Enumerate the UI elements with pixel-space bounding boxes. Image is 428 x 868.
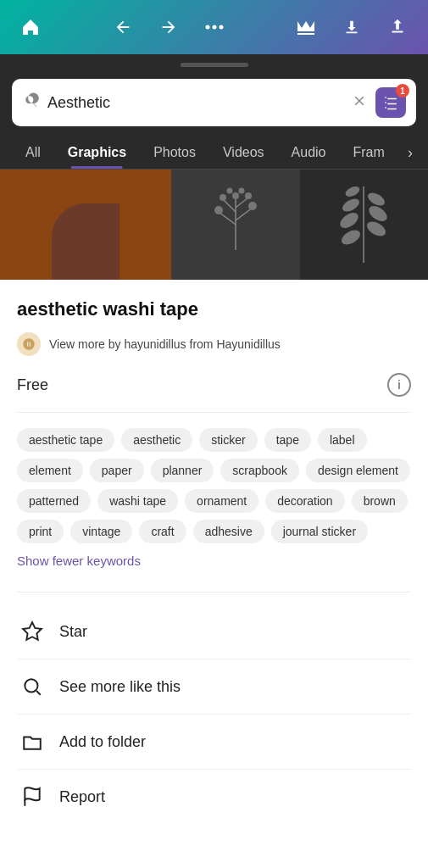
info-button[interactable]: i	[387, 373, 411, 397]
keywords-section: aesthetic tapeaestheticstickertapelabele…	[17, 428, 411, 580]
svg-point-2	[219, 25, 223, 30]
svg-line-5	[236, 208, 253, 220]
home-button[interactable]	[15, 12, 46, 42]
keyword-tag[interactable]: paper	[90, 459, 144, 482]
filter-button[interactable]: 1	[375, 87, 406, 118]
keyword-tag[interactable]: vintage	[70, 520, 132, 543]
tab-frames[interactable]: Fram	[340, 136, 398, 169]
report-label: Report	[59, 788, 105, 806]
crown-icon[interactable]	[291, 12, 321, 42]
svg-point-9	[248, 202, 257, 210]
star-action[interactable]: Star	[17, 604, 411, 659]
svg-point-8	[214, 206, 223, 214]
tab-all[interactable]: All	[12, 136, 54, 169]
svg-point-13	[226, 188, 232, 194]
folder-icon	[20, 730, 44, 754]
keyword-tag[interactable]: print	[17, 520, 64, 543]
author-row[interactable]: View more by hayunidillus from Hayunidil…	[17, 332, 411, 356]
phone-frame: Aesthetic 1 All Graphics Photos Videos A…	[0, 54, 428, 280]
author-text: View more by hayunidillus from Hayunidil…	[49, 337, 281, 351]
divider	[17, 592, 411, 593]
see-more-action[interactable]: See more like this	[17, 659, 411, 715]
content-panel: aesthetic washi tape View more by hayuni…	[0, 278, 428, 824]
search-action-icon	[20, 675, 44, 698]
flag-icon	[20, 785, 44, 809]
tab-photos[interactable]: Photos	[140, 136, 209, 169]
preview-mid-panel	[171, 170, 300, 280]
brown-shape-decoration	[52, 203, 120, 280]
svg-line-4	[219, 212, 236, 225]
download-button[interactable]	[336, 12, 367, 42]
more-button[interactable]	[199, 12, 230, 42]
keyword-tag[interactable]: design element	[306, 459, 410, 482]
preview-right-panel	[300, 170, 429, 280]
svg-point-23	[25, 679, 37, 692]
svg-point-16	[339, 227, 363, 248]
keyword-tag[interactable]: craft	[139, 520, 186, 543]
keyword-tag[interactable]: aesthetic tape	[17, 428, 114, 452]
author-avatar	[17, 332, 41, 356]
svg-point-11	[245, 192, 252, 199]
phone-notch	[181, 63, 248, 67]
top-navigation	[0, 0, 428, 54]
star-label: Star	[59, 623, 87, 641]
image-preview	[0, 170, 428, 280]
keyword-tag[interactable]: sticker	[199, 428, 257, 452]
filter-badge: 1	[396, 84, 409, 97]
price-label: Free	[17, 376, 48, 394]
tab-videos[interactable]: Videos	[209, 136, 278, 169]
tab-audio[interactable]: Audio	[278, 136, 340, 169]
svg-point-12	[232, 192, 239, 199]
forward-button[interactable]	[153, 12, 184, 42]
price-row: Free i	[17, 373, 411, 413]
keywords-list: aesthetic tapeaestheticstickertapelabele…	[17, 428, 411, 543]
svg-point-18	[337, 209, 361, 231]
keyword-tag[interactable]: label	[318, 428, 367, 452]
show-fewer-button[interactable]: Show fewer keywords	[17, 554, 411, 568]
star-icon	[20, 620, 44, 643]
keyword-tag[interactable]: washi tape	[97, 489, 178, 513]
keyword-tag[interactable]: ornament	[185, 489, 258, 513]
leaf-illustration	[334, 178, 393, 271]
preview-left-panel	[0, 170, 171, 280]
add-folder-action[interactable]: Add to folder	[17, 715, 411, 770]
svg-point-22	[344, 185, 362, 199]
keyword-tag[interactable]: aesthetic	[121, 428, 192, 452]
keyword-tag[interactable]: journal sticker	[271, 520, 368, 543]
keyword-tag[interactable]: decoration	[265, 489, 344, 513]
info-icon-symbol: i	[397, 378, 401, 392]
svg-point-17	[364, 219, 388, 239]
search-query-text: Aesthetic	[47, 94, 343, 112]
see-more-label: See more like this	[59, 678, 181, 696]
category-tabs: All Graphics Photos Videos Audio Fram ›	[0, 136, 428, 170]
svg-line-7	[236, 198, 248, 208]
svg-point-20	[341, 196, 362, 214]
keyword-tag[interactable]: element	[17, 459, 83, 482]
keyword-tag[interactable]: tape	[264, 428, 311, 452]
svg-point-21	[366, 190, 387, 208]
berries-illustration	[206, 182, 265, 267]
back-button[interactable]	[108, 12, 138, 42]
keyword-tag[interactable]: planner	[151, 459, 214, 482]
search-clear-button[interactable]	[352, 93, 367, 113]
action-list: Star See more like this Add to folder Re…	[17, 604, 411, 824]
svg-point-10	[220, 194, 226, 201]
search-bar-container: Aesthetic 1	[0, 79, 428, 136]
share-button[interactable]	[382, 12, 413, 42]
svg-point-1	[212, 25, 216, 30]
svg-line-6	[223, 199, 236, 212]
tabs-scroll-right[interactable]: ›	[404, 137, 416, 169]
add-folder-label: Add to folder	[59, 733, 146, 751]
item-title: aesthetic washi tape	[17, 298, 411, 320]
keyword-tag[interactable]: scrapbook	[220, 459, 299, 482]
svg-point-0	[205, 25, 209, 30]
keyword-tag[interactable]: patterned	[17, 489, 91, 513]
search-bar[interactable]: Aesthetic 1	[12, 79, 416, 126]
svg-line-24	[36, 691, 41, 695]
tab-graphics[interactable]: Graphics	[54, 136, 140, 169]
svg-point-14	[238, 188, 244, 194]
report-action[interactable]: Report	[17, 770, 411, 824]
keyword-tag[interactable]: adhesive	[193, 520, 264, 543]
keyword-tag[interactable]: brown	[352, 489, 408, 513]
search-icon	[22, 92, 39, 114]
